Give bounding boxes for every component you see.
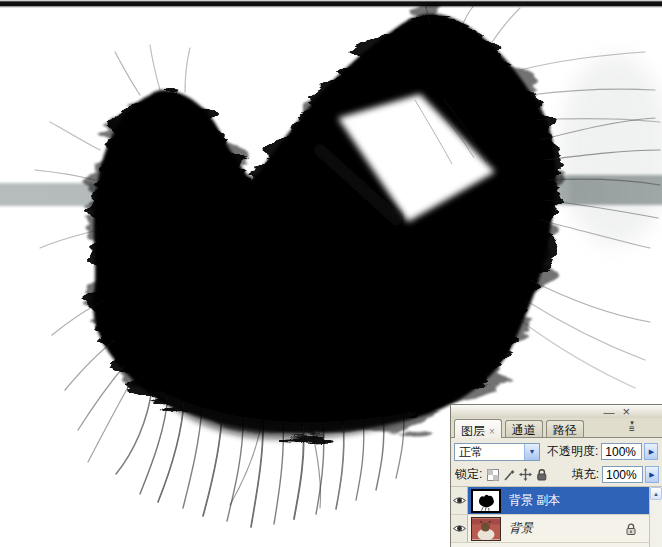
tab-close-icon[interactable]: × (489, 426, 495, 437)
eye-icon (453, 496, 466, 505)
visibility-toggle[interactable] (451, 515, 468, 542)
fill-label: 填充: (572, 466, 599, 483)
opacity-label: 不透明度: (547, 443, 598, 460)
opacity-input[interactable] (601, 443, 642, 460)
visibility-toggle[interactable] (451, 487, 468, 514)
minimize-icon[interactable]: — (603, 407, 614, 417)
fill-arrow-icon[interactable]: ▶ (645, 466, 659, 483)
lock-position-icon[interactable] (519, 468, 532, 481)
layer-lock-icon (625, 522, 637, 536)
layers-panel: — × 图层× 通道 路径 ▾ ≡ 正常 ▾ (450, 404, 662, 547)
panel-titlebar: — × (451, 405, 662, 418)
panel-tabs: 图层× 通道 路径 ▾ ≡ (451, 418, 662, 438)
panel-menu-icon[interactable]: ▾ ≡ (624, 420, 640, 436)
lock-transparency-icon[interactable] (487, 469, 499, 481)
layer-name: 背景 (509, 520, 533, 537)
eye-icon (453, 524, 466, 533)
scroll-up-icon[interactable]: ▲ (650, 487, 662, 500)
blend-mode-value: 正常 (459, 445, 483, 459)
fill-input[interactable] (602, 466, 643, 483)
tab-channels[interactable]: 通道 (505, 420, 543, 437)
chevron-down-icon[interactable]: ▾ (524, 444, 539, 460)
tab-channels-label: 通道 (512, 423, 536, 437)
lock-buttons (487, 468, 548, 481)
layer-thumbnail-photo[interactable] (471, 517, 501, 541)
layer-thumbnail-mask[interactable] (471, 489, 501, 513)
opacity-arrow-icon[interactable]: ▶ (644, 443, 658, 460)
lock-all-icon[interactable] (536, 468, 548, 481)
lock-label: 锁定: (455, 466, 482, 483)
tab-paths[interactable]: 路径 (546, 420, 584, 437)
layers-list: 背景 副本 (451, 486, 662, 547)
blend-mode-select[interactable]: 正常 ▾ (454, 443, 540, 461)
panel-controls: 正常 ▾ 不透明度: ▶ 锁定: (451, 438, 662, 486)
window-top-edge (0, 0, 662, 7)
scrollbar[interactable]: ▲ (649, 487, 662, 547)
layer-row-background[interactable]: 背景 (451, 515, 649, 543)
lock-pixels-icon[interactable] (503, 469, 515, 481)
tab-layers[interactable]: 图层× (454, 419, 502, 438)
layer-row-background-copy[interactable]: 背景 副本 (451, 487, 649, 515)
close-icon[interactable]: × (622, 407, 630, 417)
photoshop-workspace: — × 图层× 通道 路径 ▾ ≡ 正常 ▾ (0, 0, 662, 547)
tab-layers-label: 图层 (461, 424, 485, 438)
tab-paths-label: 路径 (553, 423, 577, 437)
layer-name: 背景 副本 (509, 492, 560, 509)
